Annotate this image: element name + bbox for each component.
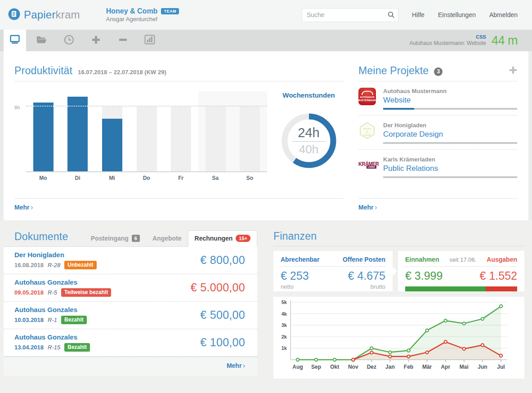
productivity-section: Produktivität 16.07.2018 – 22.07.2018 (K… (4, 51, 344, 220)
svg-text:Jul: Jul (497, 364, 505, 370)
tab-projects[interactable] (31, 30, 53, 51)
invoice-status-badge: Unbezahlt (64, 261, 96, 269)
invoice-row[interactable]: Autohaus Gonzales 13.04.2018 R-15 Bezahl… (4, 329, 257, 357)
invoice-client[interactable]: Autohaus Gonzales (14, 306, 87, 313)
clock-icon (64, 35, 74, 47)
invoice-date: 10.03.2018 (14, 317, 44, 323)
monitor-icon (9, 35, 21, 46)
invoice-date: 09.05.2018 (14, 289, 44, 296)
tab-reports[interactable] (139, 30, 161, 51)
team-badge: TEAM (161, 8, 179, 14)
tab-time-tracking[interactable] (58, 30, 80, 51)
running-timer[interactable]: CSS Autohaus Mustermann: Website 44 m (409, 30, 532, 51)
plus-icon (91, 35, 101, 46)
invoice-client[interactable]: Der Honigladen (14, 251, 97, 259)
project-item[interactable]: KRÄMER LADEN Karls Krämerladen Public Re… (358, 150, 517, 183)
hours-total: 40h (299, 143, 318, 156)
projects-section: Meine Projekte 3 AUTOHAUS MUSTERMANN Aut… (344, 51, 528, 220)
main-toolbar: CSS Autohaus Mustermann: Website 44 m (0, 30, 532, 51)
bar-placeholder-Sa (206, 107, 226, 171)
day-label-Di: Di (61, 175, 95, 181)
brand-name: Papierkram (24, 9, 80, 21)
invoice-row[interactable]: Autohaus Gonzales 10.03.2018 R-1 Bezahlt… (4, 302, 257, 329)
card-arrow (388, 267, 397, 276)
svg-text:Jan: Jan (385, 364, 395, 370)
documents-more-link[interactable]: Mehr› (227, 362, 245, 369)
tab-expense-subtract[interactable] (112, 30, 134, 51)
tab-angebote[interactable]: Angebote (146, 231, 188, 246)
invoice-amount: € 5.000,00 (191, 281, 245, 294)
productivity-more-link[interactable]: Mehr› (14, 204, 33, 211)
project-item[interactable]: AUTOHAUS MUSTERMANN Autohaus Mustermann … (358, 81, 517, 116)
svg-text:Aug: Aug (292, 364, 303, 370)
project-name[interactable]: Website (383, 96, 517, 105)
documents-section: Dokumente Posteingang 6 Angebote Rechnun… (4, 220, 257, 393)
target-hours-label: 8h (14, 105, 20, 110)
svg-text:Mai: Mai (460, 364, 469, 370)
invoice-status-badge: Teilweise bezahlt (61, 288, 111, 297)
settings-link[interactable]: Einstellungen (438, 11, 476, 18)
top-header: Papierkram Honey & Comb TEAM Ansgar Agen… (0, 0, 532, 30)
project-item[interactable]: Honey&Comb Der Honigladen Corporate Desi… (358, 116, 517, 150)
billable-card: Abrechenbar Offene Posten € 253 € 4.675 … (273, 251, 393, 291)
svg-text:Apr: Apr (441, 364, 450, 370)
search-icon[interactable] (388, 11, 395, 20)
invoice-client[interactable]: Autohaus Gonzales (14, 278, 111, 286)
billable-unit: netto (281, 283, 294, 290)
project-client: Autohaus Mustermann (383, 88, 517, 94)
since-label: seit 17.06. (449, 256, 476, 263)
app-logo[interactable]: Papierkram (8, 8, 80, 22)
open-items-unit: brutto (371, 283, 385, 290)
help-link[interactable]: Hilfe (412, 11, 425, 18)
bar-chart-icon (144, 35, 155, 46)
billable-value: € 253 (281, 269, 309, 282)
svg-text:5k: 5k (282, 299, 287, 305)
weekly-hours-title: Wochenstunden (282, 91, 335, 99)
projects-more-link[interactable]: Mehr› (358, 204, 377, 211)
invoice-status-badge: Bezahlt (64, 343, 90, 352)
tab-income-add[interactable] (85, 30, 107, 51)
invoice-ref: R-15 (48, 344, 60, 351)
svg-text:&: & (366, 130, 368, 133)
project-name[interactable]: Public Relations (383, 164, 517, 173)
day-label-Sa: Sa (198, 175, 232, 181)
project-logo-kraemerladen: KRÄMER LADEN (358, 156, 376, 174)
svg-text:Dez: Dez (367, 364, 376, 370)
tab-dashboard[interactable] (4, 30, 26, 51)
finances-title: Finanzen (273, 230, 317, 246)
project-progress-bar (383, 176, 517, 178)
project-logo-honigladen: Honey&Comb (358, 122, 376, 139)
invoice-row[interactable]: Der Honigladen 16.08.2018 R-28 Unbezahlt… (4, 247, 257, 274)
add-project-button[interactable] (509, 66, 517, 76)
bar-placeholder-So (240, 107, 260, 171)
documents-title: Dokumente (14, 231, 68, 246)
timer-value: 44 m (492, 34, 518, 48)
income-expenses-card: Einnahmen seit 17.06. Ausgaben € 3.999 €… (398, 251, 524, 291)
invoice-amount: € 500,00 (200, 308, 245, 322)
search-input[interactable] (302, 8, 398, 22)
project-name[interactable]: Corporate Design (383, 130, 517, 139)
productivity-date-range: 16.07.2018 – 22.07.2018 (KW 29) (78, 69, 166, 76)
day-label-Mo: Mo (26, 175, 60, 181)
invoice-row[interactable]: Autohaus Gonzales 09.05.2018 R-5 Teilwei… (4, 274, 257, 302)
weekly-hours-donut: 24h 40h (279, 111, 339, 171)
tab-rechnungen[interactable]: Rechnungen 15+ (188, 230, 257, 247)
documents-tabs: Posteingang 6 Angebote Rechnungen 15+ (85, 230, 257, 246)
team-block[interactable]: Honey & Comb TEAM Ansgar Agenturchef (106, 7, 179, 23)
logout-link[interactable]: Abmelden (489, 11, 518, 18)
invoice-date: 16.08.2018 (14, 262, 44, 268)
main-panel: Produktivität 16.07.2018 – 22.07.2018 (K… (4, 51, 528, 220)
timer-task: CSS (409, 34, 486, 40)
search-box (302, 8, 398, 22)
day-label-Fr: Fr (164, 175, 198, 181)
team-name[interactable]: Honey & Comb (106, 7, 158, 16)
tab-posteingang[interactable]: Posteingang 6 (85, 231, 146, 246)
income-expense-ratio-bar (405, 286, 517, 291)
day-label-Do: Do (130, 175, 164, 181)
income-label: Einnahmen (405, 256, 439, 263)
invoice-client[interactable]: Autohaus Gonzales (14, 333, 90, 341)
svg-text:Sep: Sep (311, 364, 321, 370)
svg-text:3k: 3k (282, 322, 287, 328)
open-items-value: € 4.675 (348, 269, 385, 282)
svg-text:Mär: Mär (422, 364, 432, 370)
